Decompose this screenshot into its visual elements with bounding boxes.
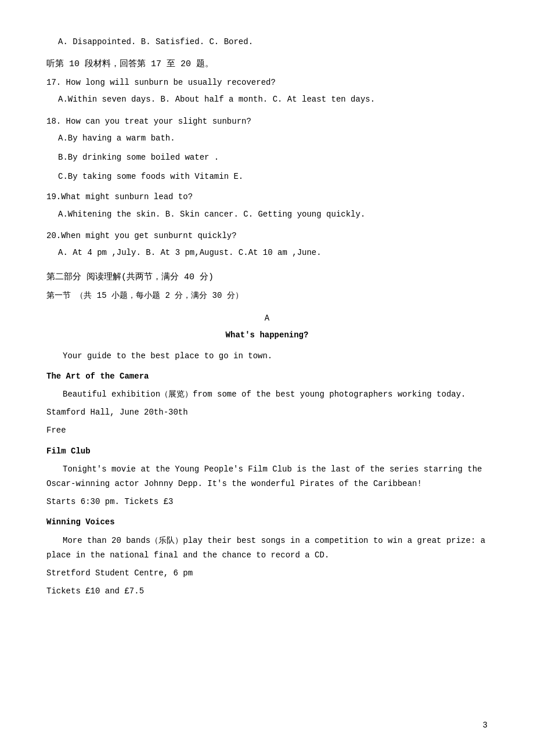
section10-header: 听第 10 段材料，回答第 17 至 20 题。 xyxy=(46,56,488,72)
q20-question: 20.When might you get sunburnt quickly? xyxy=(46,229,488,243)
passage-a-title: What's happening? xyxy=(46,328,488,343)
winning-tickets: Tickets £10 and £7.5 xyxy=(46,584,488,599)
passage-a-label: A xyxy=(46,311,488,326)
art-body: Beautiful exhibition（展览）from some of the… xyxy=(46,387,488,402)
q18-question: 18. How can you treat your slight sunbur… xyxy=(46,114,488,129)
q18-option-c: C.By taking some foods with Vitamin E. xyxy=(58,170,488,184)
film-body: Tonight's movie at the Young People's Fi… xyxy=(46,462,488,491)
art-price: Free xyxy=(46,423,488,438)
q18-option-a: A.By having a warm bath. xyxy=(58,131,488,146)
winning-venue: Stretford Student Centre, 6 pm xyxy=(46,566,488,581)
passage-a-intro: Your guide to the best place to go in to… xyxy=(46,349,488,363)
winning-body: More than 20 bands（乐队）play their best so… xyxy=(46,534,488,563)
film-details: Starts 6:30 pm. Tickets £3 xyxy=(46,495,488,509)
section2-sub: 第一节 （共 15 小题，每小题 2 分，满分 30 分） xyxy=(46,289,488,303)
main-content: A. Disappointed. B. Satisfied. C. Bored.… xyxy=(46,35,488,599)
q19-question: 19.What might sunburn lead to? xyxy=(46,190,488,204)
section2-header: 第二部分 阅读理解(共两节，满分 40 分) xyxy=(46,269,488,285)
winning-title: Winning Voices xyxy=(46,515,488,530)
q20-options: A. At 4 pm ,July. B. At 3 pm,August. C.A… xyxy=(58,246,488,260)
page-number: 3 xyxy=(483,718,488,733)
art-venue: Stamford Hall, June 20th-30th xyxy=(46,405,488,420)
film-title: Film Club xyxy=(46,444,488,459)
q16-options: A. Disappointed. B. Satisfied. C. Bored. xyxy=(58,35,488,49)
art-title: The Art of the Camera xyxy=(46,369,488,384)
q17-options: A.Within seven days. B. About half a mon… xyxy=(58,92,488,107)
q18-option-b: B.By drinking some boiled water . xyxy=(58,150,488,165)
q19-options: A.Whitening the skin. B. Skin cancer. C.… xyxy=(58,207,488,222)
q17-question: 17. How long will sunburn be usually rec… xyxy=(46,75,488,90)
